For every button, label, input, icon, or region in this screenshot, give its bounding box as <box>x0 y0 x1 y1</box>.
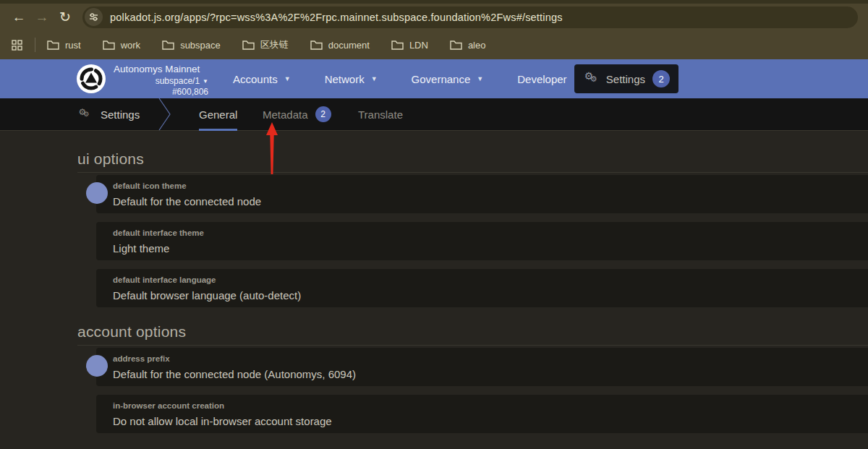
nav-item-accounts[interactable]: Accounts▼ <box>233 73 291 85</box>
folder-icon <box>242 40 255 50</box>
setting-value: Default browser language (auto-detect) <box>113 289 868 302</box>
section-heading: account options <box>77 323 868 341</box>
bookmark-label: rust <box>65 40 81 51</box>
chain-name: Autonomys Mainnet <box>114 64 208 76</box>
settings-badge: 2 <box>652 70 670 87</box>
bookmark-folder-aleo[interactable]: aleo <box>450 40 486 51</box>
section-ui-options: ui options default icon theme Default fo… <box>0 150 868 307</box>
app-header: Autonomys Mainnet subspace/1▼ #600,806 A… <box>0 59 868 98</box>
nav-item-network[interactable]: Network▼ <box>325 73 378 85</box>
settings-button-label: Settings <box>606 73 645 85</box>
setting-value: Do not allow local in-browser account st… <box>113 415 868 428</box>
autonomys-logo[interactable] <box>77 64 106 93</box>
folder-icon <box>450 40 462 50</box>
back-icon[interactable]: ← <box>7 7 30 28</box>
bookmark-folder-document[interactable]: document <box>310 40 370 51</box>
apps-grid-icon[interactable] <box>7 34 26 56</box>
main-nav: Accounts▼ Network▼ Governance▼ Developer… <box>233 59 580 98</box>
setting-value: Default for the connected node <box>113 195 868 208</box>
site-info-icon[interactable] <box>85 8 103 26</box>
bookmark-label: subspace <box>180 40 221 51</box>
divider <box>35 38 35 52</box>
section-heading: ui options <box>77 150 868 168</box>
setting-value: Light theme <box>113 242 868 255</box>
chevron-down-icon: ▼ <box>284 75 291 82</box>
identicon-avatar <box>86 355 108 377</box>
setting-row-interface-theme[interactable]: default interface theme Light theme <box>96 222 868 260</box>
chevron-down-icon: ▼ <box>477 75 483 82</box>
bookmark-label: document <box>328 40 370 51</box>
gears-icon: ⚙⚙ <box>584 72 599 85</box>
folder-icon <box>391 40 404 50</box>
folder-icon <box>310 40 323 50</box>
bookmark-label: 区块链 <box>260 38 289 51</box>
bookmark-folder-ldn[interactable]: LDN <box>391 40 428 51</box>
tab-translate[interactable]: Translate <box>358 98 403 130</box>
setting-row-address-prefix[interactable]: address prefix Default for the connected… <box>96 348 868 386</box>
chain-info[interactable]: Autonomys Mainnet subspace/1▼ #600,806 <box>114 64 208 98</box>
setting-row-interface-language[interactable]: default interface language Default brows… <box>96 269 868 307</box>
section-header: account options <box>77 323 868 346</box>
bookmark-label: aleo <box>468 40 486 51</box>
bookmark-label: LDN <box>409 40 428 51</box>
folder-icon <box>162 40 174 50</box>
address-bar[interactable]: polkadot.js.org/apps/?rpc=wss%3A%2F%2Frp… <box>82 7 858 28</box>
setting-label: in-browser account creation <box>113 401 868 411</box>
forward-icon[interactable]: → <box>30 7 54 28</box>
section-account-options: account options address prefix Default f… <box>0 323 868 433</box>
settings-content: ui options default icon theme Default fo… <box>0 131 868 449</box>
bookmarks-bar: rust work subspace 区块链 document LDN aleo <box>0 30 868 59</box>
bookmark-folder-blockchain[interactable]: 区块链 <box>242 38 289 51</box>
browser-toolbar: ← → ↻ polkadot.js.org/apps/?rpc=wss%3A%2… <box>0 0 868 30</box>
folder-icon <box>47 40 59 50</box>
breadcrumb-title: Settings <box>101 108 140 121</box>
setting-row-account-creation[interactable]: in-browser account creation Do not allow… <box>96 395 868 433</box>
folder-icon <box>103 40 115 50</box>
setting-value: Default for the connected node (Autonomy… <box>113 368 868 381</box>
tab-general[interactable]: General <box>199 98 237 130</box>
setting-label: default interface theme <box>113 228 868 238</box>
identicon-avatar <box>86 182 108 204</box>
arrow-annotation <box>263 122 281 176</box>
gears-icon: ⚙⚙ <box>79 108 91 119</box>
chevron-down-icon: ▼ <box>371 75 378 82</box>
settings-button[interactable]: ⚙⚙ Settings 2 <box>574 64 678 93</box>
setting-row-icon-theme[interactable]: default icon theme Default for the conne… <box>96 175 868 213</box>
url-text: polkadot.js.org/apps/?rpc=wss%3A%2F%2Frp… <box>110 12 563 23</box>
bookmark-folder-rust[interactable]: rust <box>47 40 81 51</box>
refresh-icon[interactable]: ↻ <box>54 7 77 28</box>
chevron-down-icon: ▼ <box>203 78 208 85</box>
metadata-badge: 2 <box>315 106 331 122</box>
nav-item-developer[interactable]: Developer▼ <box>517 73 579 85</box>
runtime-version[interactable]: subspace/1▼ <box>114 76 208 87</box>
setting-label: default interface language <box>113 275 868 285</box>
bookmark-folder-work[interactable]: work <box>103 40 140 51</box>
section-header: ui options <box>77 150 868 173</box>
setting-label: address prefix <box>113 354 868 364</box>
setting-label: default icon theme <box>113 181 868 191</box>
nav-item-governance[interactable]: Governance▼ <box>412 73 484 85</box>
block-number: #600,806 <box>114 87 208 98</box>
breadcrumb-chevron <box>158 98 172 130</box>
settings-tabbar: ⚙⚙ Settings General Metadata 2 Translate <box>0 98 868 131</box>
bookmark-label: work <box>121 40 140 51</box>
breadcrumb: ⚙⚙ Settings <box>77 98 140 130</box>
bookmark-folder-subspace[interactable]: subspace <box>162 40 221 51</box>
